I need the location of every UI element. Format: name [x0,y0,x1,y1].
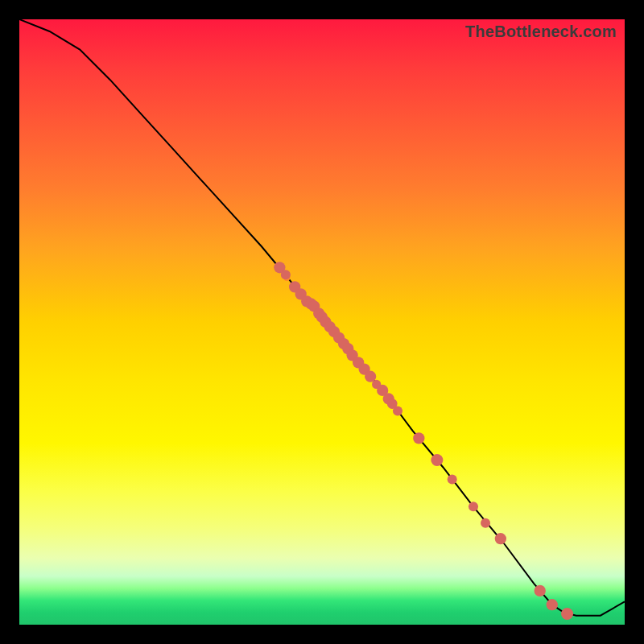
data-marker [535,585,546,597]
data-marker [281,270,291,279]
data-marker [495,533,506,544]
data-marker [469,502,478,511]
data-marker [393,407,402,416]
data-marker [431,454,443,466]
marker-group [274,262,573,620]
data-marker [413,432,424,444]
data-marker [561,608,573,620]
plot-area: TheBottleneck.com [19,19,625,625]
data-marker [547,599,558,610]
data-marker [481,518,490,528]
data-marker [448,475,457,485]
chart-svg [19,19,625,625]
